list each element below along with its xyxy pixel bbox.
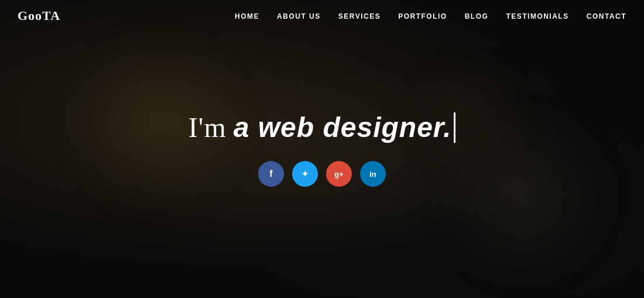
nav-link-services[interactable]: SERVICES <box>338 12 381 20</box>
social-icons-group: f ✦ g+ in <box>258 161 386 187</box>
hero-headline: I'm a web designer. <box>189 111 455 143</box>
social-button-linkedin[interactable]: in <box>360 161 386 187</box>
nav-link-home[interactable]: HOME <box>235 12 259 20</box>
social-button-google[interactable]: g+ <box>326 161 352 187</box>
social-button-facebook[interactable]: f <box>258 161 284 187</box>
nav-item-portfolio[interactable]: PORTFOLIO <box>398 11 447 21</box>
headline-bold: a web designer. <box>234 111 451 143</box>
nav-item-about[interactable]: ABOUT US <box>277 11 321 21</box>
nav-item-testimonials[interactable]: TESTIMONIALS <box>506 11 568 21</box>
nav-item-home[interactable]: HOME <box>235 11 259 21</box>
headline-light: I'm <box>189 111 227 143</box>
nav-link-contact[interactable]: CONTACT <box>587 12 626 20</box>
logo-text: GooTA <box>18 8 60 23</box>
nav-item-services[interactable]: SERVICES <box>338 11 381 21</box>
nav-link-portfolio[interactable]: PORTFOLIO <box>398 12 447 20</box>
hero-section: GooTA HOME ABOUT US SERVICES PORTFOLIO B… <box>0 0 644 298</box>
navbar: GooTA HOME ABOUT US SERVICES PORTFOLIO B… <box>0 0 644 32</box>
nav-link-about[interactable]: ABOUT US <box>277 12 321 20</box>
facebook-icon: f <box>269 169 272 179</box>
social-button-twitter[interactable]: ✦ <box>292 161 318 187</box>
nav-item-blog[interactable]: BLOG <box>465 11 489 21</box>
site-logo: GooTA <box>18 8 60 23</box>
hero-content: I'm a web designer. f ✦ g+ in <box>189 111 455 187</box>
text-cursor <box>454 112 455 143</box>
nav-links: HOME ABOUT US SERVICES PORTFOLIO BLOG TE… <box>235 11 626 21</box>
twitter-icon: ✦ <box>302 169 309 179</box>
nav-link-testimonials[interactable]: TESTIMONIALS <box>506 12 568 20</box>
google-plus-icon: g+ <box>334 170 344 179</box>
nav-link-blog[interactable]: BLOG <box>465 12 489 20</box>
nav-item-contact[interactable]: CONTACT <box>587 11 626 21</box>
linkedin-icon: in <box>369 170 376 179</box>
